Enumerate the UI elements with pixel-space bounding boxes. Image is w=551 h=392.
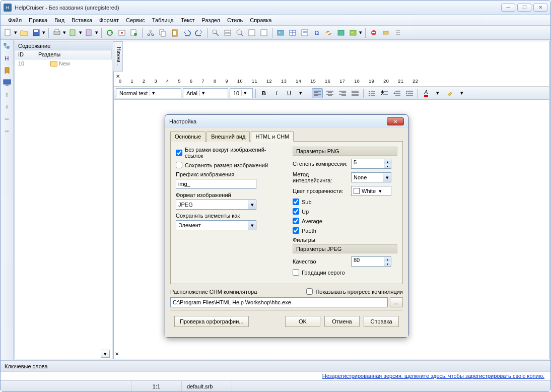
- lbl-prefix: Префикс изображения: [176, 171, 284, 177]
- lbl-compress: Степень компрессии:: [293, 161, 348, 167]
- prefix-input[interactable]: [176, 179, 256, 189]
- save-as-combo[interactable]: Элемент▾: [176, 220, 256, 230]
- tab-general[interactable]: Основные: [170, 132, 205, 142]
- help-button[interactable]: Справка: [364, 316, 399, 327]
- dialog-titlebar: Настройка ✕: [165, 115, 408, 128]
- group-jpeg: Параметры JPEG: [293, 244, 397, 253]
- chm-path-input[interactable]: [170, 297, 388, 307]
- lbl-interlace: Метод интерлейсинга:: [293, 171, 348, 183]
- chk-keep-size[interactable]: Сохранять размер изображений: [176, 162, 284, 168]
- settings-dialog: Настройка ✕ Основные Внешний вид HTML и …: [165, 114, 408, 338]
- chk-sub[interactable]: Sub: [293, 199, 397, 205]
- tab-html-chm[interactable]: HTML и CHM: [251, 132, 294, 142]
- dialog-close-button[interactable]: ✕: [387, 117, 404, 125]
- chk-progress[interactable]: Показывать прогресс компиляции: [306, 288, 403, 295]
- lbl-chm-loc: Расположение CHM компилятора: [170, 289, 257, 295]
- chk-average[interactable]: Average: [293, 218, 397, 224]
- cancel-button[interactable]: Отмена: [324, 316, 360, 327]
- lbl-save-as: Сохранять элементы как: [176, 213, 284, 219]
- quality-spinbox[interactable]: 80▴▾: [351, 256, 391, 267]
- lbl-trans: Цвет прозрачности:: [293, 188, 348, 194]
- dialog-title: Настройка: [169, 118, 387, 124]
- format-combo[interactable]: JPEG▾: [176, 200, 256, 210]
- chk-grayscale[interactable]: Градации серого: [293, 269, 397, 276]
- dialog-tabs: Основные Внешний вид HTML и CHM: [170, 131, 403, 142]
- ok-button[interactable]: OK: [285, 316, 320, 327]
- tab-appearance[interactable]: Внешний вид: [206, 132, 250, 142]
- chk-paeth[interactable]: Paeth: [293, 227, 397, 234]
- chk-no-border[interactable]: Без рамки вокруг изображений-ссылок: [176, 147, 284, 159]
- spellcheck-button[interactable]: Проверка орфографии...: [174, 316, 249, 327]
- group-png: Параметры PNG: [293, 147, 397, 156]
- lbl-filters: Фильтры: [293, 237, 397, 243]
- browse-button[interactable]: ...: [390, 297, 403, 307]
- lbl-quality: Качество: [293, 258, 348, 265]
- interlace-combo[interactable]: None▾: [351, 172, 391, 182]
- chk-up[interactable]: Up: [293, 208, 397, 215]
- lbl-format: Формат изображений: [176, 192, 284, 198]
- compress-spinbox[interactable]: 5▴▾: [351, 159, 391, 169]
- trans-color-combo[interactable]: White▾: [351, 186, 391, 196]
